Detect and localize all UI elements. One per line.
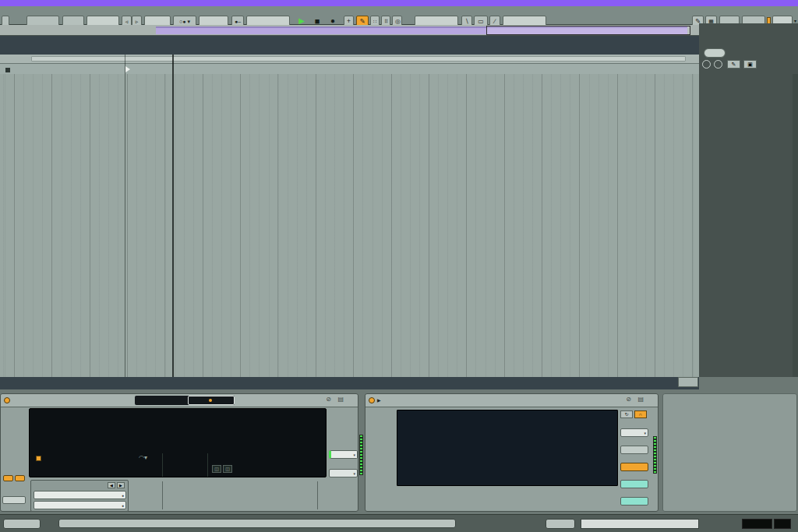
automation-pencil-icon[interactable]: ✎ <box>727 60 740 69</box>
convolution-ir-panel: ◀ ▶ ● ● <box>30 480 129 512</box>
rate-label <box>286 478 312 484</box>
device-activator-icon[interactable] <box>369 397 375 403</box>
eq-display[interactable] <box>397 410 618 486</box>
clip-status-display <box>742 519 772 529</box>
track-panel <box>699 23 798 377</box>
bar-ruler[interactable] <box>0 36 699 55</box>
eq-output-meter <box>653 436 657 474</box>
set-locator-button[interactable] <box>704 48 726 58</box>
scale-value[interactable] <box>620 480 648 488</box>
display-divider <box>207 453 208 477</box>
decay2-label <box>165 478 193 484</box>
gain-label <box>365 441 395 447</box>
flat-toggle-icon[interactable] <box>15 475 25 481</box>
device-activator-icon[interactable] <box>4 397 10 403</box>
record-arm-circle-icon[interactable] <box>702 60 711 69</box>
ir-file-select[interactable]: ● <box>34 501 126 509</box>
status-bar <box>0 514 798 532</box>
locator-flag-icon[interactable] <box>125 66 130 72</box>
bass-select[interactable]: ▾ <box>329 469 358 477</box>
audition-headphones-icon[interactable]: ∩ <box>634 410 647 418</box>
next-ir-button[interactable]: ▶ <box>117 482 125 488</box>
freq-label <box>365 408 395 414</box>
overview-view-rectangle[interactable] <box>486 26 690 35</box>
ir-category-select[interactable]: ● <box>34 491 126 499</box>
band-q-control <box>365 475 395 476</box>
predelay-label <box>1 442 27 448</box>
band-freq-control <box>365 408 395 415</box>
send-label <box>1 408 27 414</box>
fold-device-icon[interactable]: ▶ <box>377 397 381 403</box>
transport-toolbar: ◃ ▹ ○● ▾ ●– ▶ ■ ● + ✎ ∷ ⠿ ◎ ∖ ▭ ∕ ✎ ▦ ▾ <box>0 6 798 25</box>
arrangement-overview[interactable] <box>0 25 798 36</box>
damping-control <box>223 478 254 485</box>
ir-display[interactable]: ◠▾ ◫ ◫ <box>29 408 327 477</box>
clip-zoom-box[interactable] <box>546 519 575 529</box>
edit-ab-button[interactable] <box>620 446 648 454</box>
io-camera-icon[interactable]: ▣ <box>743 60 757 69</box>
band-gain-control <box>365 441 395 448</box>
eq-eight-titlebar[interactable]: ▶ ⊘ ▤ <box>365 394 658 407</box>
spectrum-toggle-icon[interactable]: ↻ <box>620 410 633 418</box>
tide-control <box>255 478 281 485</box>
freeze-flat-button[interactable]: ◫ <box>223 465 232 473</box>
size-control <box>194 478 222 485</box>
send-control <box>1 408 27 415</box>
tide-label <box>255 478 281 484</box>
display-divider <box>162 453 163 477</box>
clip-status-display <box>774 519 791 529</box>
zoom-level-chip <box>678 377 698 387</box>
window-top-strip <box>0 0 798 6</box>
blend-label <box>129 478 160 484</box>
hot-swap-icon[interactable]: ⊘ <box>626 396 631 403</box>
save-preset-icon[interactable]: ▤ <box>637 396 644 403</box>
hot-swap-icon[interactable]: ⊘ <box>326 396 331 403</box>
arrangement-clips-area[interactable] <box>0 74 699 377</box>
playhead-line[interactable] <box>172 55 174 377</box>
decay-control <box>165 478 193 485</box>
record-arm-circle-icon[interactable] <box>714 60 722 69</box>
freeze-in-button[interactable]: ◫ <box>212 465 221 473</box>
mode-select[interactable]: ▾ <box>620 428 648 437</box>
feedback-label <box>1 488 27 495</box>
loop-brace[interactable] <box>31 56 686 62</box>
hybrid-reverb-device: ⊘ ▤ ◠▾ <box>0 393 358 512</box>
device-drop-zone[interactable] <box>662 393 797 512</box>
adapt-q-toggle[interactable] <box>620 463 648 471</box>
output-gain-value[interactable] <box>620 497 648 506</box>
clip-overview[interactable] <box>581 519 699 529</box>
vintage-select[interactable]: ▾ <box>329 450 358 459</box>
size2-label <box>194 478 222 484</box>
prev-ir-button[interactable]: ◀ <box>108 482 115 488</box>
stereo-control <box>328 409 358 416</box>
freeze-toggle-icon[interactable] <box>3 475 13 481</box>
rate-control <box>286 478 312 485</box>
panel-divider <box>162 481 163 509</box>
track-panel-scrollbar[interactable] <box>793 74 798 377</box>
device-scrollbar[interactable] <box>58 519 456 528</box>
panel-divider <box>317 481 318 509</box>
hybrid-reverb-titlebar[interactable]: ⊘ ▤ <box>1 394 358 407</box>
dry-wet-label <box>320 478 356 484</box>
ableton-live-window: ◃ ▹ ○● ▾ ●– ▶ ■ ● + ✎ ∷ ⠿ ◎ ∖ ▭ ∕ ✎ ▦ ▾ <box>0 0 798 532</box>
scrub-area[interactable] <box>0 55 699 63</box>
tab-reverb[interactable] <box>135 396 188 405</box>
device-view-selector[interactable] <box>3 519 41 529</box>
shape-curve-icon[interactable]: ◠▾ <box>139 454 147 461</box>
blend-control <box>129 478 160 485</box>
feedback-value[interactable] <box>2 496 26 504</box>
locator-line <box>125 55 125 377</box>
tab-eq[interactable] <box>188 396 235 405</box>
clip-overview-waveform <box>581 520 698 528</box>
stereo-label <box>328 409 358 415</box>
reverb-eq-tab-bar <box>135 396 235 405</box>
locator-lane[interactable] <box>0 63 699 74</box>
time-ruler[interactable] <box>0 377 699 389</box>
ir-waveform <box>30 409 327 478</box>
eq-band-selectors <box>397 488 618 510</box>
save-preset-icon[interactable]: ▤ <box>337 396 344 403</box>
attack-checkbox[interactable] <box>36 456 41 461</box>
bass-label <box>328 463 358 469</box>
locator-marker-icon[interactable] <box>5 68 10 72</box>
device-output-meter <box>359 435 363 475</box>
